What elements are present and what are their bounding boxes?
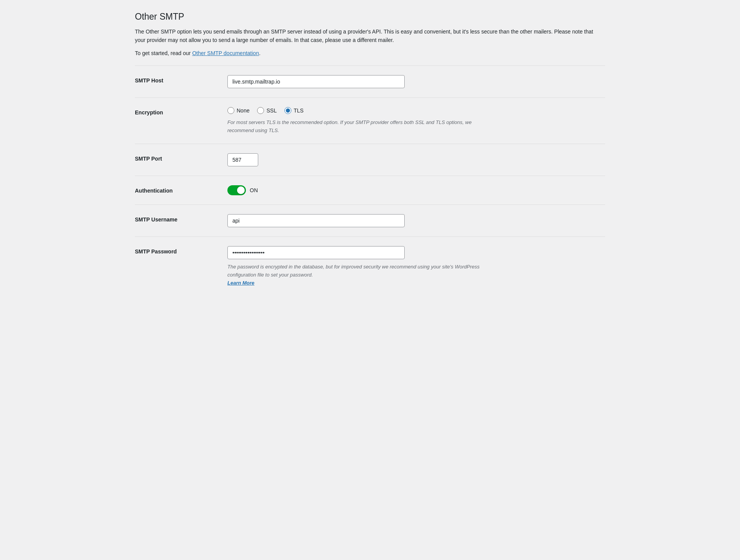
description-text: The Other SMTP option lets you send emai… — [135, 27, 605, 45]
authentication-toggle[interactable] — [227, 185, 246, 195]
smtp-username-input[interactable] — [227, 214, 405, 227]
encryption-radio-none[interactable] — [227, 107, 234, 114]
smtp-password-field: The password is encrypted in the databas… — [227, 246, 605, 287]
encryption-option-none[interactable]: None — [227, 107, 249, 114]
encryption-radio-group: None SSL TLS — [227, 107, 605, 114]
doc-link-suffix: . — [259, 50, 261, 56]
authentication-field: ON — [227, 185, 605, 195]
learn-more-link[interactable]: Learn More — [227, 280, 254, 286]
authentication-row: Authentication ON — [135, 176, 605, 205]
authentication-label: Authentication — [135, 185, 227, 194]
password-help-content: The password is encrypted in the databas… — [227, 264, 479, 278]
encryption-option-tls[interactable]: TLS — [284, 107, 304, 114]
encryption-label: Encryption — [135, 107, 227, 116]
encryption-row: Encryption None SSL TLS Fo — [135, 97, 605, 144]
smtp-username-label: SMTP Username — [135, 214, 227, 223]
smtp-username-row: SMTP Username — [135, 205, 605, 236]
form-section: SMTP Host Encryption None SSL — [135, 65, 605, 297]
encryption-label-tls: TLS — [294, 107, 304, 114]
smtp-host-field — [227, 75, 605, 88]
encryption-radio-tls[interactable] — [284, 107, 291, 114]
encryption-label-none: None — [237, 107, 249, 114]
smtp-port-field — [227, 153, 605, 166]
toggle-container: ON — [227, 185, 605, 195]
smtp-username-field — [227, 214, 605, 227]
page-title: Other SMTP — [135, 12, 605, 22]
password-help-text: The password is encrypted in the databas… — [227, 263, 497, 287]
toggle-thumb — [237, 186, 245, 194]
smtp-port-row: SMTP Port — [135, 144, 605, 176]
encryption-label-ssl: SSL — [266, 107, 276, 114]
smtp-password-row: SMTP Password The password is encrypted … — [135, 236, 605, 296]
smtp-password-input[interactable] — [227, 246, 405, 259]
smtp-host-input[interactable] — [227, 75, 405, 88]
authentication-status: ON — [250, 187, 258, 193]
smtp-host-label: SMTP Host — [135, 75, 227, 84]
smtp-port-input[interactable] — [227, 153, 258, 166]
encryption-radio-ssl[interactable] — [257, 107, 264, 114]
smtp-host-row: SMTP Host — [135, 65, 605, 97]
smtp-port-label: SMTP Port — [135, 153, 227, 162]
doc-link-text: To get started, read our Other SMTP docu… — [135, 50, 605, 56]
toggle-track — [227, 185, 246, 195]
encryption-option-ssl[interactable]: SSL — [257, 107, 276, 114]
doc-link-anchor[interactable]: Other SMTP documentation — [192, 50, 259, 56]
page-container: Other SMTP The Other SMTP option lets yo… — [127, 0, 613, 308]
doc-link-prefix: To get started, read our — [135, 50, 192, 56]
smtp-password-label: SMTP Password — [135, 246, 227, 255]
encryption-help-text: For most servers TLS is the recommended … — [227, 119, 497, 135]
encryption-field: None SSL TLS For most servers TLS is the… — [227, 107, 605, 135]
